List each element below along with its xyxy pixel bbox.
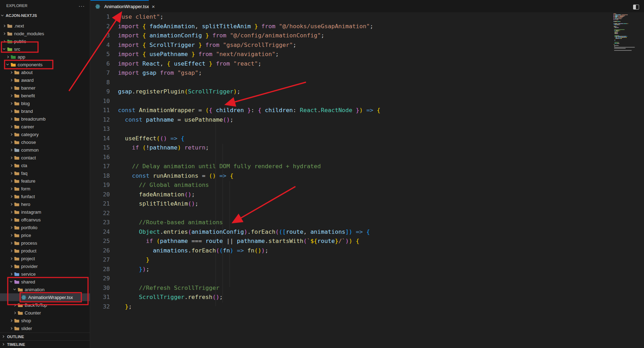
code-line-20[interactable]: 20 fadeAnimation();	[90, 190, 615, 200]
tree-item-brand[interactable]: brand	[0, 107, 90, 115]
chevron-down-icon[interactable]	[13, 288, 16, 290]
chevron-right-icon[interactable]	[10, 273, 12, 275]
tree-item-benefit[interactable]: benefit	[0, 92, 90, 99]
tree-item-backtotop[interactable]: BackToTop	[0, 301, 90, 309]
code-line-27[interactable]: 27 }	[90, 255, 615, 265]
chevron-right-icon[interactable]	[13, 311, 16, 314]
tree-item-common[interactable]: common	[0, 146, 90, 154]
chevron-right-icon[interactable]	[3, 32, 5, 35]
tree-item-feature[interactable]: feature	[0, 177, 90, 185]
code-line-9[interactable]: 9gsap.registerPlugin(ScrollTrigger);	[90, 87, 615, 97]
chevron-right-icon[interactable]	[10, 179, 12, 182]
code-line-30[interactable]: 30 //Refresh ScrollTrigger	[90, 283, 615, 293]
tree-item-slider[interactable]: slider	[0, 324, 90, 332]
tab-animationwrapper[interactable]: AnimationWrapper.tsx ×	[90, 0, 149, 12]
tree-item-breadcrumb[interactable]: breadcrumb	[0, 115, 90, 123]
code-line-24[interactable]: 24 Object.entries(animationConfig).forEa…	[90, 227, 615, 237]
tree-item-animation[interactable]: animation	[0, 286, 90, 293]
code-line-18[interactable]: 18 const runAnimations = () => {	[90, 171, 615, 181]
chevron-right-icon[interactable]	[10, 110, 12, 112]
explorer-more-actions-icon[interactable]: ···	[79, 3, 85, 9]
code-line-23[interactable]: 23 //Route-based animations	[90, 218, 615, 227]
chevron-right-icon[interactable]	[10, 249, 12, 252]
chevron-right-icon[interactable]	[10, 79, 12, 81]
tree-item-career[interactable]: career	[0, 123, 90, 130]
tree-item-service[interactable]: service	[0, 270, 90, 278]
tree-item-about[interactable]: about	[0, 68, 90, 76]
chevron-right-icon[interactable]	[10, 117, 12, 120]
chevron-down-icon[interactable]	[6, 63, 9, 65]
tree-item-award[interactable]: award	[0, 76, 90, 84]
code-line-17[interactable]: 17 // Delay animation until DOM fully re…	[90, 162, 615, 171]
chevron-right-icon[interactable]	[10, 242, 12, 244]
chevron-right-icon[interactable]	[10, 234, 12, 236]
tree-item-shop[interactable]: shop	[0, 317, 90, 324]
code-line-2[interactable]: 2import { fadeAnimation, splitTitleAnim …	[90, 22, 615, 31]
tree-item-price[interactable]: price	[0, 231, 90, 239]
code-line-1[interactable]: 1"use client";	[90, 12, 615, 22]
chevron-down-icon[interactable]	[10, 280, 12, 282]
tree-item-faq[interactable]: faq	[0, 169, 90, 177]
tree-item-shared[interactable]: shared	[0, 278, 90, 286]
chevron-right-icon[interactable]	[10, 210, 12, 213]
section-timeline[interactable]: TIMELINE	[0, 340, 90, 348]
chevron-right-icon[interactable]	[6, 55, 9, 58]
tree-item-counter[interactable]: Counter	[0, 309, 90, 317]
code-line-26[interactable]: 26 animations.forEach((fn) => fn());	[90, 246, 615, 256]
tree-item-funfact[interactable]: funfact	[0, 193, 90, 200]
code-line-28[interactable]: 28 });	[90, 265, 615, 274]
tree-item-provider[interactable]: provider	[0, 262, 90, 270]
chevron-right-icon[interactable]	[10, 133, 12, 135]
code-line-4[interactable]: 4import { ScrollTrigger } from "gsap/Scr…	[90, 41, 615, 50]
tree-item-product[interactable]: product	[0, 247, 90, 255]
tree-item-offcanvus[interactable]: offcanvus	[0, 216, 90, 224]
tree-item-animationwrapper-tsx[interactable]: AnimationWrapper.tsx	[0, 293, 90, 301]
tree-item-node-modules[interactable]: node_modules	[0, 30, 90, 37]
chevron-right-icon[interactable]	[10, 102, 12, 104]
code-line-25[interactable]: 25 if (pathname === route || pathname.st…	[90, 237, 615, 246]
code-area[interactable]: 1"use client";2import { fadeAnimation, s…	[90, 12, 615, 311]
tree-item-hero[interactable]: hero	[0, 200, 90, 208]
chevron-right-icon[interactable]	[10, 257, 12, 260]
code-line-8[interactable]: 8	[90, 78, 615, 87]
chevron-right-icon[interactable]	[10, 172, 12, 174]
section-outline[interactable]: OUTLINE	[0, 332, 90, 340]
chevron-right-icon[interactable]	[10, 327, 12, 329]
chevron-right-icon[interactable]	[10, 226, 12, 228]
chevron-right-icon[interactable]	[10, 125, 12, 128]
tree-item-banner[interactable]: banner	[0, 84, 90, 92]
chevron-right-icon[interactable]	[10, 195, 12, 197]
chevron-right-icon[interactable]	[10, 86, 12, 89]
code-line-29[interactable]: 29	[90, 274, 615, 283]
chevron-right-icon[interactable]	[10, 71, 12, 73]
chevron-right-icon[interactable]	[3, 24, 5, 27]
tree-item-public[interactable]: public	[0, 37, 90, 45]
tree-item-instagram[interactable]: instagram	[0, 208, 90, 216]
tab-close-icon[interactable]: ×	[151, 4, 156, 10]
tree-item-components[interactable]: components	[0, 61, 90, 68]
code-line-7[interactable]: 7import gsap from "gsap";	[90, 68, 615, 78]
tree-item-process[interactable]: process	[0, 239, 90, 247]
minimap[interactable]	[613, 13, 641, 91]
code-line-11[interactable]: 11const AnimationWrapper = ({ children }…	[90, 106, 615, 115]
tree-item-contact[interactable]: contact	[0, 154, 90, 161]
chevron-right-icon[interactable]	[10, 187, 12, 190]
tree-item-form[interactable]: form	[0, 185, 90, 193]
chevron-down-icon[interactable]	[3, 47, 5, 50]
code-line-31[interactable]: 31 ScrollTrigger.refresh();	[90, 293, 615, 302]
tree-item-category[interactable]: category	[0, 130, 90, 138]
project-root-row[interactable]: ACJON-NEXTJS	[0, 11, 90, 19]
chevron-right-icon[interactable]	[10, 164, 12, 166]
chevron-right-icon[interactable]	[13, 304, 16, 306]
code-line-10[interactable]: 10	[90, 97, 615, 106]
tree-item-app[interactable]: app	[0, 53, 90, 61]
chevron-right-icon[interactable]	[10, 156, 12, 159]
code-line-6[interactable]: 6import React, { useEffect } from "react…	[90, 59, 615, 69]
tree-item-blog[interactable]: blog	[0, 99, 90, 107]
code-line-16[interactable]: 16	[90, 153, 615, 162]
code-line-21[interactable]: 21 splitTitleAnim();	[90, 199, 615, 209]
code-line-19[interactable]: 19 // Global animations	[90, 181, 615, 190]
tree-item-cta[interactable]: cta	[0, 161, 90, 169]
code-line-12[interactable]: 12 const pathname = usePathname();	[90, 115, 615, 125]
code-line-3[interactable]: 3import { animationConfig } from "@/conf…	[90, 31, 615, 41]
